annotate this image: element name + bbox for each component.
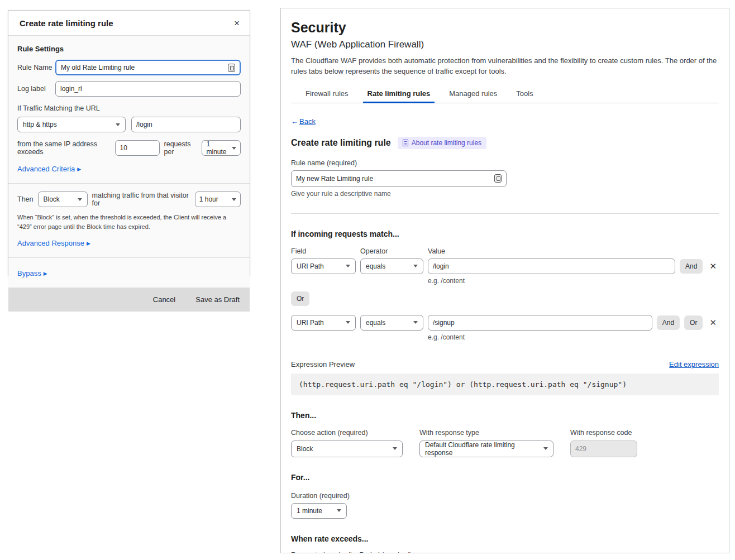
response-type-select[interactable]: Default Cloudflare rate limiting respons… xyxy=(419,441,553,457)
back-label: Back xyxy=(299,117,316,126)
tab-bar: Firewall rules Rate limiting rules Manag… xyxy=(291,86,719,103)
rule-name-input[interactable] xyxy=(296,175,494,183)
match-row: URI Path equals And Or ✕ xyxy=(291,315,719,331)
divider xyxy=(291,213,719,214)
expand-arrow-icon: ▶ xyxy=(44,271,47,276)
page-subtitle: WAF (Web Application Firewall) xyxy=(291,39,719,50)
period-label: Period (required) xyxy=(359,551,422,553)
chevron-down-icon xyxy=(232,198,236,201)
page-description: The Cloudflare WAF provides both automat… xyxy=(291,56,719,77)
response-code-input xyxy=(575,445,632,453)
chevron-down-icon xyxy=(337,509,341,512)
for-heading: For... xyxy=(291,473,719,482)
advanced-response-link[interactable]: Advanced Response ▶ xyxy=(17,239,90,247)
then-heading: Then... xyxy=(291,411,719,420)
divider xyxy=(8,257,250,258)
response-type-value: Default Cloudflare rate limiting respons… xyxy=(425,441,540,457)
expression-preview-label: Expression Preview xyxy=(291,360,355,368)
value-hint: e.g. /content xyxy=(428,333,719,341)
advanced-criteria-link[interactable]: Advanced Criteria ▶ xyxy=(17,165,81,173)
expand-arrow-icon: ▶ xyxy=(77,166,81,172)
log-label-input[interactable] xyxy=(60,85,236,93)
expand-arrow-icon: ▶ xyxy=(87,241,90,246)
match-heading: If incoming requests match... xyxy=(291,229,719,238)
requests-input[interactable] xyxy=(120,144,155,152)
bypass-link[interactable]: Bypass ▶ xyxy=(17,269,47,277)
tab-tools[interactable]: Tools xyxy=(515,86,534,103)
chevron-down-icon xyxy=(78,198,82,201)
remove-row-icon[interactable]: ✕ xyxy=(707,261,719,271)
back-link[interactable]: ←Back xyxy=(291,117,316,126)
response-code-label: With response code xyxy=(570,429,637,437)
value-column-label: Value xyxy=(428,247,445,255)
tab-firewall-rules[interactable]: Firewall rules xyxy=(304,86,350,103)
tab-rate-limiting-rules[interactable]: Rate limiting rules xyxy=(366,86,432,103)
page-title: Security xyxy=(291,20,719,36)
duration-select[interactable]: 1 minute xyxy=(291,503,347,519)
security-waf-panel: Security WAF (Web Application Firewall) … xyxy=(280,8,729,553)
match-row: URI Path equals And ✕ xyxy=(291,259,719,274)
rule-name-label: Rule Name xyxy=(17,64,53,71)
chevron-down-icon xyxy=(232,147,236,150)
chevron-down-icon xyxy=(413,321,418,324)
operator-select[interactable]: equals xyxy=(360,315,423,331)
rule-settings-heading: Rule Settings xyxy=(17,45,241,53)
save-as-draft-button[interactable]: Save as Draft xyxy=(195,295,240,304)
modal-title: Create rate limiting rule xyxy=(20,18,113,28)
duration-value: 1 minute xyxy=(297,507,322,515)
cancel-button[interactable]: Cancel xyxy=(153,295,175,304)
traffic-match-label: If Traffic Matching the URL xyxy=(17,104,241,112)
document-icon xyxy=(403,140,408,146)
choose-action-select[interactable]: Block xyxy=(291,441,403,457)
scheme-select-value: http & https xyxy=(23,121,57,128)
or-button[interactable]: Or xyxy=(291,291,309,306)
about-rate-limiting-badge[interactable]: About rate limiting rules xyxy=(398,137,486,149)
modal-header: Create rate limiting rule × xyxy=(8,11,250,36)
value-input[interactable] xyxy=(433,319,647,327)
back-arrow-icon: ← xyxy=(291,117,298,126)
chevron-down-icon xyxy=(413,265,418,267)
block-duration-select[interactable]: 1 hour xyxy=(195,192,241,207)
and-button[interactable]: And xyxy=(680,259,703,274)
duration-label: Duration (required) xyxy=(291,492,719,500)
tab-managed-rules[interactable]: Managed rules xyxy=(448,86,498,103)
chevron-down-icon xyxy=(393,447,397,450)
advanced-response-label: Advanced Response xyxy=(17,239,84,247)
field-select[interactable]: URI Path xyxy=(291,315,356,331)
rule-name-input[interactable] xyxy=(61,64,228,71)
close-icon[interactable]: × xyxy=(234,18,240,28)
rule-name-helper: Give your rule a descriptive name xyxy=(291,190,719,198)
bypass-label: Bypass xyxy=(17,269,41,277)
chevron-down-icon xyxy=(543,447,548,450)
chevron-down-icon xyxy=(346,265,350,267)
threshold-prefix: from the same IP address exceeds xyxy=(17,140,111,156)
form-title: Create rate limiting rule xyxy=(291,138,391,148)
period-select[interactable]: 1 minute xyxy=(202,140,241,156)
advanced-criteria-label: Advanced Criteria xyxy=(17,165,75,173)
about-badge-label: About rate limiting rules xyxy=(412,139,481,147)
remove-row-icon[interactable]: ✕ xyxy=(707,318,719,328)
edit-expression-link[interactable]: Edit expression xyxy=(669,360,719,368)
operator-select-value: equals xyxy=(366,262,385,270)
period-select-value: 1 minute xyxy=(206,140,228,156)
and-button[interactable]: And xyxy=(657,315,680,330)
operator-select[interactable]: equals xyxy=(360,259,423,274)
chevron-down-icon xyxy=(116,123,120,126)
block-duration-value: 1 hour xyxy=(199,195,218,203)
field-select[interactable]: URI Path xyxy=(291,259,356,274)
action-select[interactable]: Block xyxy=(38,192,88,207)
value-input[interactable] xyxy=(433,262,670,270)
url-input[interactable] xyxy=(136,121,236,128)
divider xyxy=(8,183,250,184)
autofill-icon xyxy=(494,174,502,183)
operator-select-value: equals xyxy=(366,319,385,327)
field-select-value: URI Path xyxy=(297,319,324,327)
or-button[interactable]: Or xyxy=(684,315,703,330)
field-select-value: URI Path xyxy=(297,262,324,270)
field-column-label: Field xyxy=(291,247,356,255)
requests-label: Requests (required) xyxy=(291,551,352,553)
action-select-value: Block xyxy=(44,195,60,203)
scheme-select[interactable]: http & https xyxy=(17,117,126,132)
create-rate-limit-modal: Create rate limiting rule × Rule Setting… xyxy=(8,10,250,276)
block-note: When “Block” is set, when the threshold … xyxy=(17,213,238,231)
